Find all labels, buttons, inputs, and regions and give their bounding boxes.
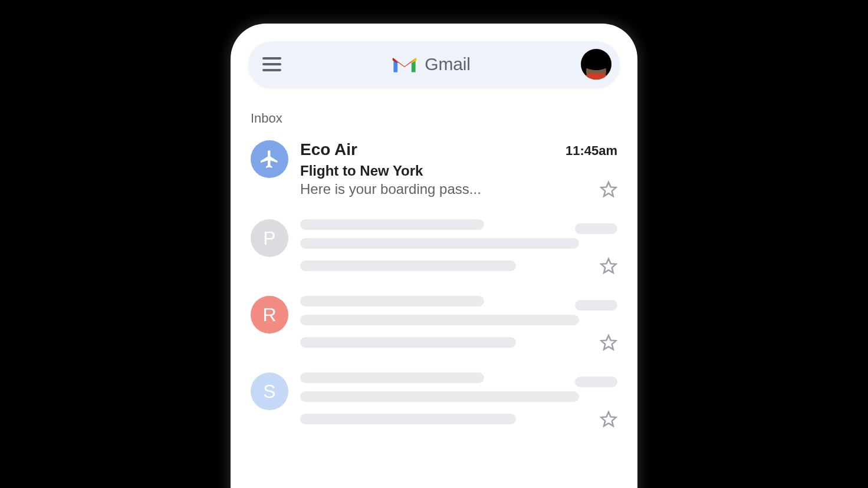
sender-avatar[interactable]: R	[251, 296, 288, 334]
sender-avatar-plane-icon[interactable]	[251, 140, 288, 178]
gmail-icon	[392, 54, 417, 74]
star-icon[interactable]	[600, 257, 617, 275]
email-content: Eco Air 11:45am Flight to New York Here …	[300, 140, 617, 198]
email-row[interactable]: Eco Air 11:45am Flight to New York Here …	[248, 137, 620, 216]
search-bar[interactable]: Gmail	[248, 41, 620, 87]
email-placeholder	[300, 372, 617, 428]
email-placeholder	[300, 219, 617, 275]
brand-logo[interactable]: Gmail	[281, 54, 581, 74]
star-icon[interactable]	[600, 334, 617, 351]
inbox-label: Inbox	[248, 111, 620, 126]
star-icon[interactable]	[600, 180, 617, 198]
sender-avatar[interactable]: S	[251, 372, 288, 410]
account-avatar[interactable]	[581, 49, 611, 80]
star-icon[interactable]	[600, 410, 617, 428]
email-snippet: Here is your boarding pass...	[300, 181, 481, 197]
email-row[interactable]: R	[248, 292, 620, 369]
email-time: 11:45am	[565, 143, 617, 159]
phone-frame: Gmail Inbox Eco Air 11:45am Flight to Ne…	[231, 24, 637, 488]
email-subject: Flight to New York	[300, 163, 617, 179]
email-placeholder	[300, 296, 617, 351]
sender-avatar[interactable]: P	[251, 219, 288, 257]
brand-text: Gmail	[425, 54, 470, 74]
email-row[interactable]: S	[248, 369, 620, 446]
email-row[interactable]: P	[248, 216, 620, 292]
plane-icon	[259, 149, 280, 170]
menu-icon[interactable]	[262, 57, 281, 71]
email-sender: Eco Air	[300, 140, 357, 159]
